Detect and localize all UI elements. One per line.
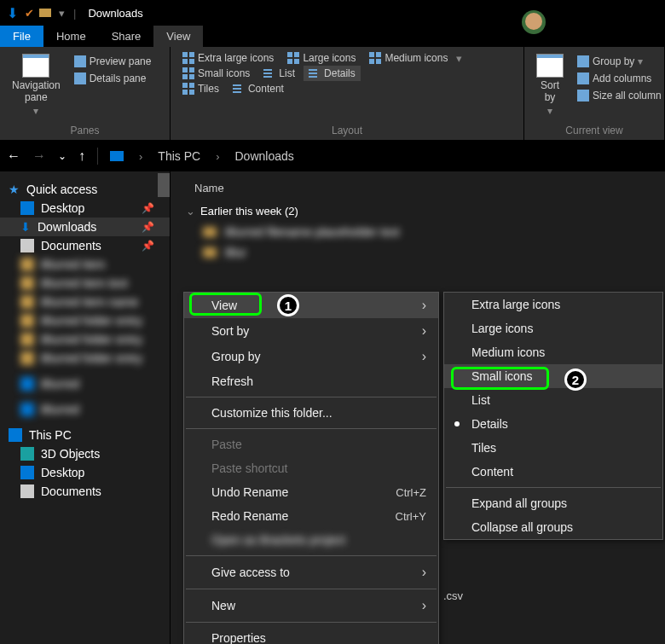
home-tab[interactable]: Home — [43, 26, 99, 47]
sub-expand-all[interactable]: Expand all groups — [444, 491, 662, 515]
file-item-blurred[interactable]: Blur — [171, 243, 665, 262]
view-tab[interactable]: View — [153, 26, 203, 47]
column-header-name[interactable]: Name — [171, 171, 665, 200]
sidebar-desktop[interactable]: Desktop📌 — [0, 199, 170, 218]
navigation-pane-button[interactable]: Navigation pane ▾ — [7, 50, 66, 120]
folder-icon[interactable] — [39, 9, 51, 17]
details-pane-icon — [74, 73, 86, 84]
sidebar-downloads[interactable]: ⬇Downloads📌 — [0, 218, 170, 236]
sidebar-item-blurred[interactable]: Blurred folder entry — [0, 330, 170, 349]
ctx-view[interactable]: View› — [184, 293, 438, 318]
sub-tiles[interactable]: Tiles — [444, 436, 662, 460]
forward-button[interactable]: → — [32, 148, 46, 164]
sidebar-documents-2[interactable]: Documents — [0, 482, 170, 501]
add-columns-button[interactable]: Add columns — [572, 71, 665, 86]
size-all-columns-button[interactable]: Size all column — [572, 88, 665, 103]
add-columns-label: Add columns — [593, 73, 651, 84]
extra-large-icons-button[interactable]: Extra large icons — [177, 50, 279, 66]
chevron-right-icon[interactable]: › — [216, 150, 219, 163]
folder-icon — [20, 258, 34, 271]
ctx-label: Group by — [211, 350, 261, 363]
context-submenu-view: Extra large icons Large icons Medium ico… — [443, 292, 663, 540]
file-item-blurred[interactable]: Blurred filename placeholder text — [171, 223, 665, 241]
down-arrow-icon[interactable]: ⬇ — [5, 6, 19, 20]
large-icons-button[interactable]: Large icons — [282, 50, 361, 66]
sidebar-3d-objects[interactable]: 3D Objects — [0, 444, 170, 463]
sort-by-button[interactable]: Sort by ▾ — [531, 50, 569, 120]
ctx-shortcut: Ctrl+Z — [396, 486, 426, 499]
breadcrumb-this-pc[interactable]: This PC — [158, 149, 200, 163]
sub-large-icons[interactable]: Large icons — [444, 316, 662, 340]
ctx-refresh[interactable]: Refresh — [184, 369, 438, 393]
menu-separator — [186, 428, 437, 429]
sub-collapse-all[interactable]: Collapse all groups — [444, 515, 662, 539]
ctx-properties[interactable]: Properties — [184, 626, 438, 644]
up-button[interactable]: ↑ — [78, 148, 85, 164]
sidebar-item-blurred[interactable]: Blurred — [0, 374, 170, 393]
group-by-button[interactable]: Group by ▾ — [572, 54, 665, 69]
preview-pane-button[interactable]: Preview pane — [69, 54, 157, 69]
content-button[interactable]: Content — [228, 81, 289, 96]
scrollbar-thumb[interactable] — [158, 173, 170, 197]
sidebar-item-blurred[interactable]: Blurred item text — [0, 274, 170, 293]
details-pane-button[interactable]: Details pane — [69, 71, 157, 86]
sidebar-item-blurred[interactable]: Blurred item — [0, 255, 170, 274]
list-button[interactable]: List — [258, 66, 300, 81]
chevron-down-icon: ▾ — [638, 55, 643, 67]
sub-list[interactable]: List — [444, 388, 662, 412]
small-icons-button[interactable]: Small icons — [177, 66, 255, 81]
sidebar-label: Documents — [41, 239, 101, 252]
back-button[interactable]: ← — [7, 148, 20, 164]
sidebar-item-blurred[interactable]: Blurred folder entry — [0, 311, 170, 330]
window-title: Downloads — [88, 7, 142, 20]
sub-content[interactable]: Content — [444, 460, 662, 484]
group-earlier-this-week[interactable]: Earlier this week (2) — [171, 200, 665, 223]
ctx-label: Open as Brackets project — [211, 533, 345, 547]
recent-dropdown[interactable]: ⌄ — [58, 150, 66, 162]
sidebar-label: Blurred item name — [41, 295, 138, 309]
file-trailing-text: .csv — [443, 589, 463, 602]
ctx-group-by[interactable]: Group by› — [184, 344, 438, 369]
medium-icons-button[interactable]: Medium icons — [364, 50, 453, 66]
sidebar-this-pc[interactable]: This PC — [0, 426, 170, 444]
extra-large-icons-icon — [182, 52, 194, 64]
breadcrumb-downloads[interactable]: Downloads — [234, 149, 293, 163]
ctx-give-access-to[interactable]: Give access to› — [184, 560, 438, 585]
dropdown-icon[interactable]: ▾ — [55, 6, 68, 20]
ctx-new[interactable]: New› — [184, 593, 438, 618]
file-menu[interactable]: File — [0, 26, 43, 47]
titlebar: ⬇ ✔ ▾ | Downloads — [0, 0, 665, 26]
tiles-button[interactable]: Tiles — [177, 81, 224, 96]
ctx-sort-by[interactable]: Sort by› — [184, 318, 438, 344]
pc-icon[interactable] — [110, 151, 124, 161]
ctx-undo-rename[interactable]: Undo RenameCtrl+Z — [184, 480, 438, 504]
check-icon[interactable]: ✔ — [22, 6, 36, 20]
sub-medium-icons[interactable]: Medium icons — [444, 340, 662, 364]
sidebar-item-blurred[interactable]: Blurred folder entry — [0, 349, 170, 368]
ctx-paste-shortcut: Paste shortcut — [184, 456, 438, 480]
sidebar-quick-access[interactable]: ★Quick access — [0, 180, 170, 199]
share-tab[interactable]: Share — [99, 26, 154, 47]
details-button[interactable]: Details — [304, 66, 361, 81]
sidebar-label: Desktop — [41, 201, 84, 215]
ctx-paste: Paste — [184, 432, 438, 456]
pin-icon: 📌 — [142, 240, 154, 252]
ctx-label: Give access to — [211, 566, 290, 579]
chevron-down-icon[interactable]: ▾ — [456, 52, 462, 65]
sidebar-documents[interactable]: Documents📌 — [0, 236, 170, 255]
sub-small-icons[interactable]: Small icons — [444, 364, 662, 388]
sub-details[interactable]: Details — [444, 412, 662, 436]
details-icon — [309, 67, 321, 79]
sidebar-item-blurred[interactable]: Blurred item name — [0, 293, 170, 311]
chevron-right-icon[interactable]: › — [139, 150, 142, 163]
folder-icon — [20, 295, 34, 309]
user-avatar[interactable] — [522, 10, 546, 34]
ctx-customize[interactable]: Customize this folder... — [184, 401, 438, 425]
navigation-pane-label: Navigation pane — [12, 79, 61, 103]
cloud-icon — [20, 377, 34, 391]
ctx-redo-rename[interactable]: Redo RenameCtrl+Y — [184, 504, 438, 528]
sidebar-desktop-2[interactable]: Desktop — [0, 463, 170, 482]
ctx-item-blurred[interactable]: Open as Brackets project — [184, 528, 438, 552]
sidebar-item-blurred[interactable]: Blurred — [0, 400, 170, 419]
sub-extra-large-icons[interactable]: Extra large icons — [444, 293, 662, 316]
